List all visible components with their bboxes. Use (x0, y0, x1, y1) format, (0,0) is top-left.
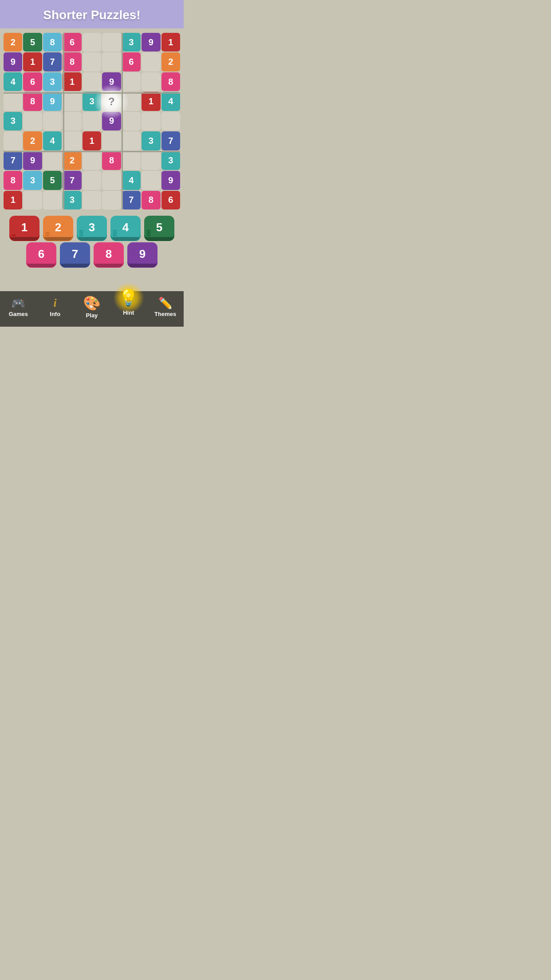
grid-cell-8[interactable]: 1 (161, 33, 180, 51)
grid-cell-24[interactable] (122, 72, 141, 91)
grid-cell-46[interactable]: 2 (23, 131, 42, 150)
grid-cell-0[interactable]: 2 (4, 33, 22, 51)
play-label: Play (86, 312, 98, 319)
grid-cell-65[interactable]: 5 (43, 171, 62, 190)
grid-cell-54[interactable]: 7 (4, 151, 22, 170)
grid-cell-56[interactable] (43, 151, 62, 170)
grid-cell-7[interactable]: 9 (142, 33, 160, 51)
play-icon: 🎨 (83, 296, 101, 310)
grid-cell-25[interactable] (142, 72, 160, 91)
grid-cell-45[interactable] (4, 131, 22, 150)
number-btn-7[interactable]: 7 (60, 242, 90, 265)
grid-cell-20[interactable]: 3 (43, 72, 62, 91)
grid-cell-12[interactable]: 8 (63, 52, 81, 71)
grid-cell-1[interactable]: 5 (23, 33, 42, 51)
grid-cell-63[interactable]: 8 (4, 171, 22, 190)
grid-cell-52[interactable]: 3 (142, 131, 160, 150)
grid-cell-75[interactable]: 3 (63, 191, 81, 209)
grid-cell-61[interactable] (142, 151, 160, 170)
grid-cell-35[interactable]: 4 (161, 92, 180, 111)
grid-cell-9[interactable]: 9 (4, 52, 22, 71)
header-title: Shorter Puzzles! (0, 8, 184, 22)
grid-cell-11[interactable]: 7 (43, 52, 62, 71)
grid-cell-39[interactable] (63, 112, 81, 130)
hint-glow: 💡 (113, 282, 144, 313)
grid-cell-37[interactable] (23, 112, 42, 130)
grid-cell-10[interactable]: 1 (23, 52, 42, 71)
number-btn-8[interactable]: 8 (94, 242, 124, 265)
grid-cell-3[interactable]: 6 (63, 33, 81, 51)
sudoku-grid[interactable]: 2586391917862463198893?14392413779283835… (4, 33, 180, 209)
grid-cell-80[interactable]: 6 (161, 191, 180, 209)
games-icon: 🎮 (11, 297, 25, 309)
grid-cell-72[interactable]: 1 (4, 191, 22, 209)
grid-cell-17[interactable]: 2 (161, 52, 180, 71)
grid-cell-55[interactable]: 9 (23, 151, 42, 170)
grid-cell-18[interactable]: 4 (4, 72, 22, 91)
grid-cell-53[interactable]: 7 (161, 131, 180, 150)
grid-cell-16[interactable] (142, 52, 160, 71)
grid-cell-34[interactable]: 1 (142, 92, 160, 111)
grid-cell-59[interactable]: 8 (102, 151, 121, 170)
number-btn-1[interactable]: 1 (9, 216, 39, 239)
grid-cell-44[interactable] (161, 112, 180, 130)
grid-cell-79[interactable]: 8 (142, 191, 160, 209)
grid-cell-36[interactable]: 3 (4, 112, 22, 130)
number-btn-3[interactable]: 3 (77, 216, 107, 239)
grid-cell-68[interactable] (102, 171, 121, 190)
grid-cell-21[interactable]: 1 (63, 72, 81, 91)
grid-cell-60[interactable] (122, 151, 141, 170)
grid-cell-47[interactable]: 4 (43, 131, 62, 150)
nav-hint[interactable]: 💡 Hint (110, 291, 147, 327)
grid-cell-29[interactable]: 9 (43, 92, 62, 111)
grid-cell-42[interactable] (122, 112, 141, 130)
grid-cell-50[interactable] (102, 131, 121, 150)
number-btn-6[interactable]: 6 (26, 242, 56, 265)
grid-cell-26[interactable]: 8 (161, 72, 180, 91)
grid-cell-38[interactable] (43, 112, 62, 130)
grid-cell-73[interactable] (23, 191, 42, 209)
nav-info[interactable]: i Info (37, 291, 74, 327)
number-btn-4[interactable]: 4 (110, 216, 141, 239)
number-btn-9[interactable]: 9 (127, 242, 157, 265)
grid-cell-22[interactable] (83, 72, 101, 91)
grid-cell-51[interactable] (122, 131, 141, 150)
number-buttons-panel: 12345 6789 (0, 212, 184, 271)
grid-cell-62[interactable]: 3 (161, 151, 180, 170)
nav-play[interactable]: 🎨 Play (74, 291, 110, 327)
grid-cell-28[interactable]: 8 (23, 92, 42, 111)
grid-cell-5[interactable] (102, 33, 121, 51)
grid-cell-57[interactable]: 2 (63, 151, 81, 170)
grid-cell-6[interactable]: 3 (122, 33, 141, 51)
grid-cell-70[interactable] (142, 171, 160, 190)
grid-cell-58[interactable] (83, 151, 101, 170)
number-btn-5[interactable]: 5 (144, 216, 174, 239)
grid-cell-67[interactable] (83, 171, 101, 190)
grid-cell-66[interactable]: 7 (63, 171, 81, 190)
grid-cell-30[interactable] (63, 92, 81, 111)
grid-cell-32[interactable]: ? (102, 92, 121, 111)
nav-themes[interactable]: ✏️ Themes (147, 291, 184, 327)
grid-cell-78[interactable]: 7 (122, 191, 141, 209)
grid-cell-4[interactable] (83, 33, 101, 51)
grid-cell-14[interactable] (102, 52, 121, 71)
grid-cell-13[interactable] (83, 52, 101, 71)
grid-cell-43[interactable] (142, 112, 160, 130)
grid-cell-69[interactable]: 4 (122, 171, 141, 190)
grid-cell-77[interactable] (102, 191, 121, 209)
nav-games[interactable]: 🎮 Games (0, 291, 37, 327)
grid-cell-71[interactable]: 9 (161, 171, 180, 190)
grid-cell-15[interactable]: 6 (122, 52, 141, 71)
grid-cell-2[interactable]: 8 (43, 33, 62, 51)
grid-cell-49[interactable]: 1 (83, 131, 101, 150)
grid-cell-64[interactable]: 3 (23, 171, 42, 190)
grid-cell-74[interactable] (43, 191, 62, 209)
grid-cell-76[interactable] (83, 191, 101, 209)
number-btn-2[interactable]: 2 (43, 216, 73, 239)
number-row-1: 12345 (4, 216, 179, 239)
grid-cell-48[interactable] (63, 131, 81, 150)
info-label: Info (50, 311, 60, 317)
grid-cell-19[interactable]: 6 (23, 72, 42, 91)
grid-cell-27[interactable] (4, 92, 22, 111)
grid-cell-40[interactable] (83, 112, 101, 130)
